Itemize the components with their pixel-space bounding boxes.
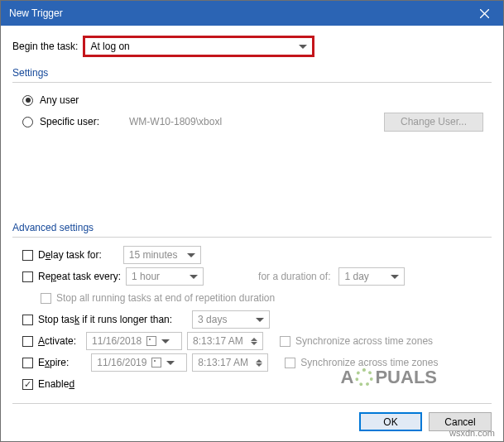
stop-longer-value: 3 days bbox=[198, 314, 227, 325]
specific-user-label: Specific user: bbox=[40, 116, 99, 127]
advanced-divider bbox=[12, 237, 492, 238]
delay-checkbox[interactable] bbox=[22, 250, 33, 261]
enabled-label: Enabled bbox=[38, 378, 74, 390]
chevron-down-icon bbox=[161, 339, 170, 344]
repeat-combo[interactable]: 1 hour bbox=[126, 267, 204, 286]
advanced-group-label: Advanced settings bbox=[12, 222, 492, 233]
delay-value: 15 minutes bbox=[129, 249, 178, 261]
chevron-down-icon bbox=[166, 361, 175, 365]
expire-label: Expire: bbox=[38, 357, 69, 368]
any-user-radio[interactable] bbox=[22, 95, 33, 106]
specific-user-row: Specific user: WM-W10-1809\xboxl Change … bbox=[12, 111, 492, 132]
settings-group: Settings Any user Specific user: WM-W10-… bbox=[12, 67, 492, 132]
change-user-button: Change User... bbox=[384, 113, 483, 132]
delay-label: Delay task for: bbox=[38, 249, 102, 261]
activate-checkbox[interactable] bbox=[22, 336, 33, 347]
expire-row: Expire: 11/16/2019 8:13:17 AM Synchroniz… bbox=[12, 352, 492, 373]
time-spinner[interactable] bbox=[251, 338, 257, 345]
expire-checkbox[interactable] bbox=[22, 358, 33, 368]
title-bar: New Trigger bbox=[1, 1, 503, 26]
any-user-label: Any user bbox=[40, 94, 79, 106]
activate-date[interactable]: 11/16/2018 bbox=[86, 332, 182, 350]
stop-all-row: Stop all running tasks at end of repetit… bbox=[12, 287, 492, 309]
stop-all-checkbox bbox=[41, 293, 51, 304]
chevron-down-icon bbox=[190, 275, 198, 279]
time-spinner[interactable] bbox=[256, 359, 262, 367]
enabled-checkbox[interactable] bbox=[22, 379, 33, 390]
activate-sync-label: Synchronize across time zones bbox=[295, 335, 433, 347]
expire-sync-label: Synchronize across time zones bbox=[300, 357, 438, 368]
expire-sync-checkbox bbox=[285, 358, 295, 368]
ok-label: OK bbox=[383, 416, 397, 428]
ok-button[interactable]: OK bbox=[359, 412, 422, 431]
stop-all-label: Stop all running tasks at end of repetit… bbox=[56, 292, 275, 304]
activate-date-value: 11/16/2018 bbox=[92, 335, 142, 347]
any-user-row: Any user bbox=[12, 89, 492, 111]
activate-row: Activate: 11/16/2018 8:13:17 AM Synchron… bbox=[12, 330, 492, 352]
stop-longer-label: Stop task if it runs longer than: bbox=[38, 314, 172, 325]
repeat-row: Repeat task every: 1 hour for a duration… bbox=[12, 266, 492, 287]
enabled-row: Enabled bbox=[12, 373, 492, 395]
repeat-value: 1 hour bbox=[132, 271, 160, 282]
close-button[interactable] bbox=[466, 1, 503, 26]
cancel-label: Cancel bbox=[444, 416, 475, 428]
chevron-down-icon bbox=[256, 318, 264, 322]
stop-longer-combo[interactable]: 3 days bbox=[192, 310, 270, 329]
expire-date[interactable]: 11/16/2019 bbox=[91, 353, 187, 372]
begin-task-label: Begin the task: bbox=[12, 41, 78, 52]
expire-time-value: 8:13:17 AM bbox=[198, 357, 248, 368]
chevron-down-icon bbox=[187, 253, 195, 257]
source-domain: wsxdn.com bbox=[449, 428, 495, 438]
activate-time-value: 8:13:17 AM bbox=[193, 335, 243, 347]
spacer bbox=[12, 139, 492, 222]
dialog-new-trigger: New Trigger Begin the task: At log on Se… bbox=[0, 0, 504, 442]
expire-time[interactable]: 8:13:17 AM bbox=[192, 353, 268, 372]
dialog-buttons: OK Cancel bbox=[1, 404, 503, 441]
activate-label: Activate: bbox=[38, 335, 76, 347]
close-icon bbox=[480, 9, 489, 18]
settings-divider bbox=[12, 82, 492, 83]
chevron-down-icon bbox=[299, 45, 307, 49]
expire-date-value: 11/16/2019 bbox=[97, 357, 146, 368]
window-title: New Trigger bbox=[9, 7, 63, 19]
duration-label: for a duration of: bbox=[258, 271, 330, 282]
specific-user-value: WM-W10-1809\xboxl bbox=[129, 116, 384, 127]
delay-row: Delay task for: 15 minutes bbox=[12, 244, 492, 266]
calendar-icon bbox=[146, 336, 156, 346]
repeat-label: Repeat task every: bbox=[38, 271, 121, 282]
advanced-group: Advanced settings Delay task for: 15 min… bbox=[12, 222, 492, 395]
change-user-label: Change User... bbox=[401, 116, 467, 127]
settings-group-label: Settings bbox=[12, 67, 492, 79]
stop-longer-checkbox[interactable] bbox=[22, 315, 33, 325]
activate-sync-checkbox bbox=[280, 336, 290, 347]
begin-task-row: Begin the task: At log on bbox=[12, 36, 492, 57]
duration-value: 1 day bbox=[344, 271, 368, 282]
repeat-checkbox[interactable] bbox=[22, 271, 33, 282]
delay-combo[interactable]: 15 minutes bbox=[123, 246, 201, 264]
begin-task-value: At log on bbox=[90, 41, 129, 52]
chevron-down-icon bbox=[391, 275, 399, 279]
begin-task-select[interactable]: At log on bbox=[83, 36, 314, 57]
specific-user-radio[interactable] bbox=[22, 117, 33, 127]
calendar-icon bbox=[151, 358, 161, 368]
dialog-body: Begin the task: At log on Settings Any u… bbox=[1, 26, 503, 403]
activate-time[interactable]: 8:13:17 AM bbox=[187, 332, 263, 350]
stop-longer-row: Stop task if it runs longer than: 3 days bbox=[12, 309, 492, 330]
duration-combo: 1 day bbox=[338, 267, 405, 286]
